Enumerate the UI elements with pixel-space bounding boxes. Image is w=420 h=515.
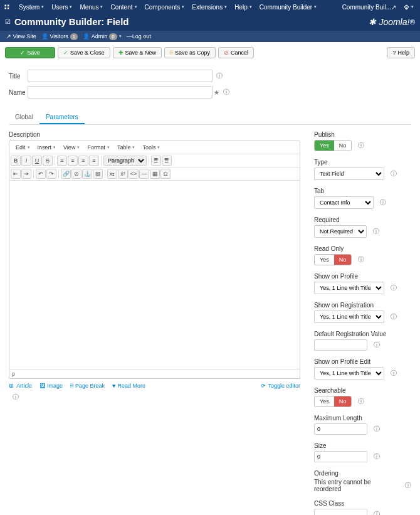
number-list-button[interactable]: ≣ bbox=[162, 156, 172, 166]
bold-button[interactable]: B bbox=[11, 156, 21, 166]
required-select[interactable]: Not Required bbox=[314, 225, 367, 238]
info-icon[interactable]: ⓘ bbox=[373, 227, 379, 236]
subnav-visitors[interactable]: 👤 Visitors1 bbox=[39, 33, 80, 40]
align-left-button[interactable]: ≡ bbox=[57, 156, 67, 166]
info-icon[interactable]: ⓘ bbox=[13, 393, 19, 400]
info-icon[interactable]: ⓘ bbox=[358, 397, 364, 406]
save-copy-button[interactable]: ⎘Save as Copy bbox=[164, 47, 216, 58]
cssclass-input[interactable] bbox=[314, 509, 367, 515]
nav-extensions[interactable]: Extensions▾ bbox=[188, 4, 231, 11]
readonly-yes[interactable]: Yes bbox=[315, 255, 334, 265]
tabs: Global Parameters bbox=[9, 111, 411, 125]
align-right-button[interactable]: ≡ bbox=[78, 156, 88, 166]
source-button[interactable]: <> bbox=[129, 169, 139, 179]
hr-button[interactable]: — bbox=[139, 169, 149, 179]
show-profile-select[interactable]: Yes, 1 Line with Title bbox=[314, 282, 384, 294]
publish-toggle[interactable]: Yes No bbox=[314, 140, 352, 151]
info-icon[interactable]: ⓘ bbox=[374, 452, 380, 461]
info-icon[interactable]: ⓘ bbox=[358, 255, 364, 264]
nav-help[interactable]: Help▾ bbox=[231, 4, 256, 11]
subnav-admin[interactable]: 👤 Admin0▾ bbox=[80, 33, 123, 40]
info-icon[interactable]: ⓘ bbox=[374, 425, 380, 433]
toggle-editor-button[interactable]: ⟳Toggle editor bbox=[261, 383, 300, 389]
save-new-button[interactable]: ✚Save & New bbox=[113, 47, 162, 58]
redo-button[interactable]: ↷ bbox=[46, 169, 56, 179]
insert-readmore-button[interactable]: ♥Read More bbox=[112, 383, 145, 389]
info-icon[interactable]: ⓘ bbox=[391, 312, 397, 321]
strike-button[interactable]: S bbox=[43, 156, 53, 166]
info-icon[interactable]: ⓘ bbox=[391, 284, 397, 292]
nav-community-builder[interactable]: Community Builder▾ bbox=[256, 4, 320, 11]
editor-body[interactable] bbox=[9, 181, 300, 369]
toolbar: ✓Save ✓Save & Close ✚Save & New ⎘Save as… bbox=[0, 42, 420, 63]
tab-select[interactable]: Contact Info bbox=[314, 196, 374, 209]
save-close-button[interactable]: ✓Save & Close bbox=[58, 47, 110, 58]
publish-no[interactable]: No bbox=[334, 141, 352, 151]
show-reg-select[interactable]: Yes, 1 Line with Title bbox=[314, 311, 384, 323]
save-button[interactable]: ✓Save bbox=[5, 47, 55, 58]
bullet-list-button[interactable]: ≣ bbox=[151, 156, 161, 166]
tab-global[interactable]: Global bbox=[9, 111, 39, 124]
searchable-no[interactable]: No bbox=[334, 396, 352, 406]
subnav-view-site[interactable]: ↗ View Site bbox=[4, 33, 39, 40]
nav-settings[interactable]: ⚙▾ bbox=[400, 4, 417, 11]
publish-yes[interactable]: Yes bbox=[315, 141, 334, 151]
def-reg-val-input[interactable] bbox=[314, 339, 367, 351]
editor-menu-view[interactable]: View▾ bbox=[60, 142, 83, 152]
editor-menu-format[interactable]: Format▾ bbox=[83, 142, 113, 152]
align-justify-button[interactable]: ≡ bbox=[89, 156, 99, 166]
type-select[interactable]: Text Field bbox=[314, 167, 384, 180]
readonly-no[interactable]: No bbox=[334, 255, 352, 265]
anchor-button[interactable]: ⚓ bbox=[82, 169, 92, 179]
info-icon[interactable]: ⓘ bbox=[391, 369, 397, 378]
info-icon[interactable]: ⓘ bbox=[358, 141, 364, 150]
maxlen-input[interactable] bbox=[314, 423, 367, 435]
help-button[interactable]: ?Help bbox=[387, 47, 415, 58]
info-icon[interactable]: ⓘ bbox=[380, 198, 386, 207]
insert-image-button[interactable]: 🖼Image bbox=[39, 383, 63, 389]
editor-menu-insert[interactable]: Insert▾ bbox=[34, 142, 60, 152]
editor-menu-table[interactable]: Table▾ bbox=[113, 142, 139, 152]
italic-button[interactable]: I bbox=[21, 156, 31, 166]
plus-icon: ✚ bbox=[118, 50, 123, 56]
editor-menu-tools[interactable]: Tools▾ bbox=[139, 142, 164, 152]
table-button[interactable]: ▦ bbox=[150, 169, 160, 179]
undo-button[interactable]: ↶ bbox=[36, 169, 46, 179]
insert-article-button[interactable]: 🗎Article bbox=[9, 383, 32, 389]
size-input[interactable] bbox=[314, 451, 367, 462]
info-icon[interactable]: ⓘ bbox=[216, 72, 223, 80]
editor-menu-edit[interactable]: Edit▾ bbox=[12, 142, 34, 152]
image-button[interactable]: ▧ bbox=[93, 169, 103, 179]
indent-button[interactable]: ⇥ bbox=[21, 169, 31, 179]
paragraph-select[interactable]: Paragraph bbox=[103, 156, 147, 166]
searchable-yes[interactable]: Yes bbox=[315, 396, 334, 406]
subnav-logout[interactable]: — Log out bbox=[124, 33, 154, 40]
special-char-button[interactable]: Ω bbox=[160, 169, 171, 179]
insert-pagebreak-button[interactable]: ⎘Page Break bbox=[70, 383, 105, 389]
name-input[interactable] bbox=[28, 86, 213, 98]
align-center-button[interactable]: ≡ bbox=[68, 156, 78, 166]
subscript-button[interactable]: x₂ bbox=[107, 169, 117, 179]
info-icon[interactable]: ⓘ bbox=[391, 169, 397, 178]
info-icon[interactable]: ⓘ bbox=[374, 341, 380, 349]
nav-users[interactable]: Users▾ bbox=[48, 4, 76, 11]
tab-parameters[interactable]: Parameters bbox=[39, 111, 85, 124]
info-icon[interactable]: ⓘ bbox=[374, 510, 380, 515]
superscript-button[interactable]: x² bbox=[118, 169, 128, 179]
nav-system[interactable]: System▾ bbox=[15, 4, 48, 11]
cancel-button[interactable]: ⊘Cancel bbox=[218, 47, 254, 58]
nav-content[interactable]: Content▾ bbox=[107, 4, 140, 11]
searchable-toggle[interactable]: Yes No bbox=[314, 396, 352, 407]
title-input[interactable] bbox=[28, 70, 213, 82]
nav-components[interactable]: Components▾ bbox=[141, 4, 189, 11]
readonly-toggle[interactable]: Yes No bbox=[314, 254, 352, 265]
show-profedit-select[interactable]: Yes, 1 Line with Title bbox=[314, 367, 384, 380]
link-button[interactable]: 🔗 bbox=[61, 169, 71, 179]
nav-site-name[interactable]: Community Buil... ↗ bbox=[339, 4, 400, 11]
nav-menus[interactable]: Menus▾ bbox=[76, 4, 107, 11]
info-icon[interactable]: ⓘ bbox=[405, 481, 411, 490]
outdent-button[interactable]: ⇤ bbox=[11, 169, 21, 179]
underline-button[interactable]: U bbox=[32, 156, 42, 166]
unlink-button[interactable]: ⊘ bbox=[71, 169, 81, 179]
info-icon[interactable]: ⓘ bbox=[223, 88, 229, 97]
